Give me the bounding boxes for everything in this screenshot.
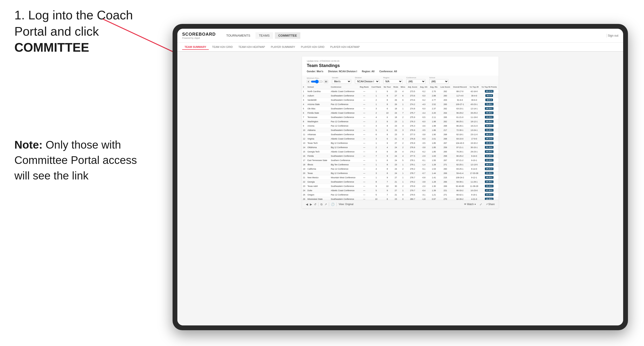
table-cell: 61-21-0 [452, 115, 468, 119]
toolbar-reload-icon[interactable]: ↺ [314, 203, 316, 206]
table-cell: 23 [392, 132, 399, 137]
table-cell: 59-41-4 [452, 171, 468, 175]
table-cell: -5.0 [419, 107, 429, 111]
table-cell: Southeastern Conference [330, 98, 358, 102]
table-cell: Arizona State [306, 102, 330, 107]
division-control-label: Division [355, 77, 380, 79]
table-cell: — [358, 163, 370, 167]
conference-select[interactable]: (All) [406, 79, 426, 84]
table-cell: — [358, 124, 370, 128]
toolbar-back-icon[interactable]: ◀ [306, 203, 308, 206]
table-cell: — [358, 89, 370, 94]
table-row: 25OregonPac-12 Conference—57210279.5-3.1… [302, 193, 498, 197]
min-rounds-slider[interactable] [311, 80, 323, 84]
nav-teams[interactable]: TEAMS [256, 32, 273, 39]
toolbar-expand-icon[interactable]: ⤢ [480, 203, 482, 206]
th-wins: Wins [400, 85, 406, 89]
table-cell: 10 [382, 184, 392, 188]
table-cell: 265 [439, 102, 452, 107]
table-cell: 29-23-1 [468, 150, 480, 154]
filter-division: Division: NCAA Division I [328, 70, 357, 73]
table-cell: Pac-12 Conference [330, 193, 358, 197]
table-cell: 12-14-1 [468, 107, 480, 111]
toolbar-watch[interactable]: 👁 Watch ▾ [464, 203, 476, 205]
table-cell: Florida State [306, 111, 330, 115]
table-cell: 8 [382, 119, 392, 124]
table-cell: 87-21-2 [452, 158, 468, 163]
table-cell: North Carolina [306, 89, 330, 94]
table-cell: Texas A&M [306, 184, 330, 188]
min-rounds-label: Minimum Rou... [307, 77, 328, 79]
th-low-score: Low Score [439, 85, 452, 89]
table-cell: 267 [439, 158, 452, 163]
sub-nav-player-summary[interactable]: PLAYER SUMMARY [268, 44, 298, 49]
sub-nav-player-h2h-heatmap[interactable]: PLAYER H2H HEATMAP [328, 44, 362, 49]
sub-nav-team-h2h-grid[interactable]: TEAM H2H GRID [210, 44, 235, 49]
table-cell: 5 [302, 107, 306, 111]
table-row: 14OklahomaBig 12 Conference—24242276.6-3… [302, 145, 498, 150]
table-cell: 1.21 [429, 193, 439, 197]
table-cell: 2.20 [429, 111, 439, 115]
table-cell: 276.3 [406, 124, 419, 128]
table-cell: 1 [400, 163, 406, 167]
toolbar-share-label[interactable]: ↗ Share [486, 203, 495, 205]
table-cell: 1.98 [429, 119, 439, 124]
min-rounds-val1[interactable]: 4 [307, 80, 310, 83]
table-cell: 1 [400, 119, 406, 124]
filter-gender: Gender: Men's [307, 70, 323, 73]
toolbar-copy-icon[interactable]: ⧉ [320, 203, 322, 206]
sub-nav-player-h2h-grid[interactable]: PLAYER H2H GRID [299, 44, 327, 49]
toolbar-sep2 [329, 202, 329, 206]
table-cell: 7 [302, 115, 306, 119]
gender-control-label: Gender [332, 77, 351, 79]
table-cell: Ole Miss [306, 107, 330, 111]
division-select[interactable]: NCAA Division I [355, 79, 380, 84]
table-cell: 30-15-1 [468, 145, 480, 150]
table-cell: -4.4 [419, 111, 429, 115]
table-row: 5Ole MissSoutheastern Conference—3618127… [302, 107, 498, 111]
school-select[interactable]: (All) [429, 79, 448, 84]
table-cell: 4 [400, 150, 406, 154]
th-conference: Conference [330, 85, 358, 89]
table-cell: 5 [370, 188, 382, 193]
table-cell: Oregon [306, 193, 330, 197]
table-cell: 24 [392, 167, 399, 171]
table-cell: 3 [370, 124, 382, 128]
region-select[interactable]: N/A [383, 79, 402, 84]
table-cell: — [358, 145, 370, 150]
table-cell: 1.39 [429, 188, 439, 193]
toolbar-forward-icon[interactable]: ▶ [310, 203, 312, 206]
table-cell: Southeastern Conference [330, 154, 358, 158]
sub-nav-team-h2h-heatmap[interactable]: TEAM H2H HEATMAP [236, 44, 268, 49]
table-cell: 2 [370, 98, 382, 102]
toolbar-view-label[interactable]: View: Original [339, 203, 354, 205]
gender-select[interactable]: Men's [332, 79, 351, 84]
table-cell: 276.6 [406, 145, 419, 150]
table-cell: -3.5 [419, 128, 429, 132]
table-cell: 21 [302, 175, 306, 180]
update-time-value: 27/03/2024 16:56:26 [320, 60, 340, 62]
table-cell: 82-18-1 [452, 132, 468, 137]
table-cell: 4 [382, 145, 392, 150]
table-cell: 27 [392, 141, 399, 145]
table-cell: 23 [392, 128, 399, 132]
nav-committee[interactable]: COMMITTEE [275, 32, 300, 39]
table-cell: 2 [400, 184, 406, 188]
table-cell: 9 [382, 141, 392, 145]
table-cell: 54-4-0 [480, 94, 498, 98]
filter-conference: Conference: All [380, 70, 397, 73]
note-label: Note: [14, 139, 43, 151]
table-cell: 82-25-1 [452, 163, 468, 167]
table-cell: 30 [392, 184, 399, 188]
sign-out-link[interactable]: Sign out [608, 34, 618, 37]
nav-tournaments[interactable]: TOURNAMENTS [223, 32, 254, 39]
table-cell: 6 [302, 111, 306, 115]
th-school: School [306, 85, 330, 89]
table-cell: 13 [302, 141, 306, 145]
toolbar-share-small-icon[interactable]: ↗ [324, 203, 327, 206]
th-conf-rank: Conf Rank [370, 85, 382, 89]
table-cell: 278.7 [406, 171, 419, 175]
table-cell: 24 [392, 154, 399, 158]
sub-nav-team-summary[interactable]: TEAM SUMMARY [182, 44, 209, 50]
table-cell: 8 [382, 124, 392, 128]
